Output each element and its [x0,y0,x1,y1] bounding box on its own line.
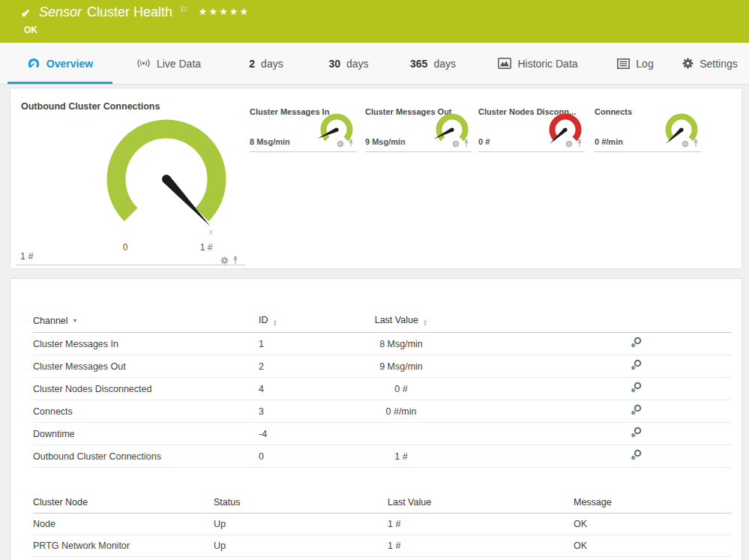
ok-check-icon: ✔ [21,7,31,20]
sort-desc-icon: ▼ [73,318,78,323]
table-row[interactable]: Connects 3 0 #/min [33,400,731,423]
tab-historic-data[interactable]: Historic Data [476,43,600,84]
sensor-kind-label: Sensor [39,4,82,19]
settings-gear-icon [682,58,694,69]
main-area: Outbound Cluster Connections 0 1 # 1 # x… [0,85,749,560]
log-icon [617,58,630,69]
main-gauge-title: Outbound Cluster Connections [21,101,160,112]
cell-channel: Outbound Cluster Connections [33,451,259,462]
gear-icon[interactable] [220,254,229,268]
cell-last-value: 0 # [345,384,457,394]
col-header-channel[interactable]: Channel▼ [33,316,259,326]
gauges-panel: Outbound Cluster Connections 0 1 # 1 # x… [10,88,742,269]
channel-settings-icon[interactable] [630,382,643,394]
channel-settings-icon[interactable] [630,337,643,349]
tab-30-days[interactable]: 30days [307,43,390,84]
tab-365-days[interactable]: 365days [390,43,476,84]
tab-label: Overview [46,58,93,70]
channel-settings-icon[interactable] [630,404,643,416]
table-row[interactable]: Outbound Cluster Connections 0 1 # [33,445,731,468]
table-row[interactable]: Node Up 1 # OK [33,514,731,535]
col-header-cluster-node: Cluster Node [33,497,214,508]
sensor-title: Cluster Health [87,4,172,19]
main-gauge-min-label: 0 [110,242,140,253]
tab-settings[interactable]: Settings [671,43,749,84]
channel-settings-icon[interactable] [630,427,643,439]
gauge-widget-4[interactable]: Connects 0 #/min [595,105,701,152]
col-header-last-value: Last Value [388,497,574,508]
table-row[interactable]: Cluster Messages In 1 8 Msg/min [33,333,731,355]
tab-label: Log [636,58,653,70]
tab-label: days [261,58,283,70]
cell-channel: Cluster Messages Out [33,361,259,372]
main-widget-divider [16,265,245,265]
gauge-widget-1[interactable]: Cluster Messages In 8 Msg/min [250,105,356,152]
cell-id: 4 [259,384,345,394]
cell-node: PRTG Network Monitor [33,541,214,551]
tab-log[interactable]: Log [600,43,671,84]
table-row[interactable]: Downtime -4 [33,423,731,445]
tab-2-days[interactable]: 2days [225,43,307,84]
gauge-value: 9 Msg/min [365,137,406,146]
tab-overview[interactable]: Overview [7,43,112,84]
col-header-id[interactable]: ID▲▼ [259,315,345,326]
cell-last-value: 9 Msg/min [345,361,457,372]
cell-id: 2 [259,361,345,372]
cluster-node-table: Cluster Node Status Last Value MessageNo… [33,492,731,557]
gear-icon[interactable] [565,137,573,151]
gauge-value: 0 # [478,137,490,146]
status-badge: OK [24,25,37,35]
gear-icon[interactable] [337,137,344,151]
main-widget-actions [220,254,239,268]
main-gauge[interactable] [100,113,232,245]
tables-panel: Channel▼ ID▲▼ Last Value▲▼ Cluster Messa… [10,278,742,560]
tab-live-data[interactable]: Live Data [112,43,225,84]
tab-label: Settings [700,58,738,70]
broadcast-icon [136,58,151,69]
average-marker: x̄ [209,229,213,236]
gauge-icon [27,57,40,70]
cell-id: -4 [259,429,345,439]
tab-label: Live Data [157,58,201,70]
table-row[interactable]: Cluster Messages Out 2 9 Msg/min [33,355,731,378]
sensor-header: ✔ SensorCluster Health⚐★★★★★ OK [0,0,749,43]
cell-channel: Downtime [33,429,259,439]
tab-number: 2 [249,58,255,70]
col-header-last-value[interactable]: Last Value▲▼ [345,315,457,326]
cell-message: OK [574,541,731,551]
pin-icon[interactable] [347,137,355,151]
flag-icon[interactable]: ⚐ [180,4,188,15]
gear-icon[interactable] [682,137,689,151]
priority-stars[interactable]: ★★★★★ [199,6,250,17]
channel-settings-icon[interactable] [630,449,643,461]
table-row[interactable]: Cluster Nodes Disconnected 4 0 # [33,378,731,400]
table-row[interactable]: PRTG Network Monitor Up 1 # OK [33,535,731,557]
cell-last-value: 8 Msg/min [345,339,457,349]
gear-icon[interactable] [452,137,460,151]
cell-last-value: 0 #/min [345,406,457,417]
gauge-value: 8 Msg/min [250,137,290,146]
tab-label: days [346,58,369,70]
pin-icon[interactable] [576,137,583,151]
pin-icon[interactable] [692,137,700,151]
cell-status: Up [214,541,388,551]
cell-channel: Cluster Nodes Disconnected [33,384,259,394]
sort-icon: ▲▼ [273,319,277,326]
gauge-widget-actions [452,137,470,151]
gauge-widget-actions [337,137,355,151]
cell-message: OK [574,519,731,529]
gauge-widget-actions [682,137,700,151]
pin-icon[interactable] [232,254,239,268]
tab-label: Historic Data [517,58,577,70]
cell-id: 1 [259,339,345,349]
gauge-widget-3[interactable]: Cluster Nodes Disconn... 0 # [478,105,585,152]
pin-icon[interactable] [463,137,470,151]
channel-settings-icon[interactable] [630,359,643,371]
main-gauge-value: 1 # [20,251,33,262]
gauge-widget-2[interactable]: Cluster Messages Out 9 Msg/min [365,105,472,152]
sensor-title-row: SensorCluster Health⚐★★★★★ [39,4,250,20]
tab-label: days [433,58,456,70]
tab-number: 30 [328,58,340,70]
cell-node: Node [33,519,214,529]
main-gauge-max-label: 1 # [190,242,223,253]
